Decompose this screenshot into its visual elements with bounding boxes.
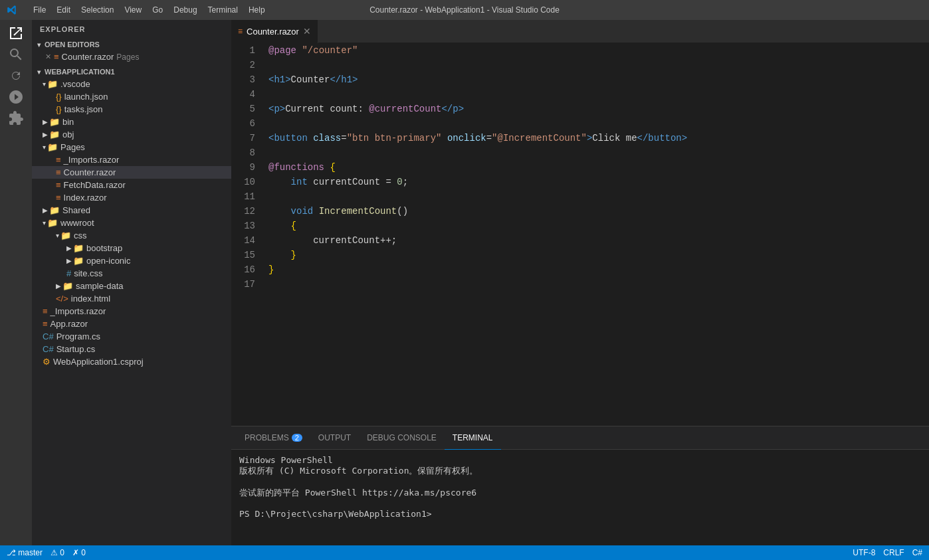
open-editor-counter-razor[interactable]: ✕ ≡ Counter.razor Pages [32, 50, 231, 63]
obj-chevron-icon: ▶ [43, 131, 48, 138]
bin-folder-icon: 📁 [49, 117, 60, 127]
vscode-folder-name: .vscode [60, 79, 90, 89]
status-warnings: ⚠ 0 [51, 548, 64, 557]
editor-area: ≡ Counter.razor ✕ 12345 678910 111213141… [231, 20, 929, 545]
panel-tabs: PROBLEMS2 OUTPUT DEBUG CONSOLE TERMINAL [231, 426, 929, 450]
menu-edit[interactable]: Edit [56, 5, 70, 15]
editor-tab-counter-razor[interactable]: ≡ Counter.razor ✕ [231, 20, 318, 43]
obj-folder-icon: 📁 [49, 130, 60, 140]
status-errors: ✗ 0 [72, 548, 86, 557]
shared-folder-icon: 📁 [49, 205, 60, 215]
menu-debug[interactable]: Debug [173, 5, 197, 15]
wwwroot-folder[interactable]: ▾ 📁 wwwroot [32, 217, 231, 229]
open-iconic-folder[interactable]: ▶ 📁 open-iconic [32, 254, 231, 267]
obj-folder-name: obj [62, 130, 74, 140]
program-cs-file[interactable]: C# Program.cs [32, 330, 231, 343]
obj-folder[interactable]: ▶ 📁 obj [32, 128, 231, 141]
project-label: WEBAPPLICATION1 [45, 68, 115, 76]
menu-selection[interactable]: Selection [81, 5, 114, 15]
startup-cs-file[interactable]: C# Startup.cs [32, 343, 231, 355]
wwwroot-chevron-icon: ▾ [43, 219, 46, 227]
index-razor-file[interactable]: ≡ Index.razor [32, 191, 231, 204]
pages-chevron-icon: ▾ [43, 143, 46, 151]
activity-search-icon[interactable] [8, 47, 24, 62]
panel-tab-output[interactable]: OUTPUT [310, 426, 359, 450]
line-numbers: 12345 678910 1112131415 1617 [231, 43, 263, 426]
app-razor-file[interactable]: ≡ App.razor [32, 318, 231, 330]
index-razor-name: Index.razor [64, 193, 107, 203]
open-editors-label: OPEN EDITORS [45, 41, 100, 48]
folder-icon: 📁 [47, 79, 58, 89]
menu-help[interactable]: Help [249, 5, 265, 15]
panel-tab-problems[interactable]: PROBLEMS2 [237, 426, 310, 450]
csproj-icon: ⚙ [43, 357, 51, 367]
vscode-folder[interactable]: ▾ 📁 .vscode [32, 78, 231, 90]
counter-razor-file[interactable]: ≡ Counter.razor [32, 166, 231, 179]
activity-extensions-icon[interactable] [8, 110, 24, 126]
activity-scm-icon[interactable] [8, 68, 24, 84]
close-icon[interactable]: ✕ [45, 52, 51, 61]
menu-terminal[interactable]: Terminal [208, 5, 238, 15]
tab-close-button[interactable]: ✕ [303, 26, 311, 37]
wwwroot-folder-icon: 📁 [47, 218, 58, 228]
program-cs-name: Program.cs [56, 331, 100, 341]
counter-razor-icon: ≡ [56, 167, 61, 177]
site-css-name: site.css [74, 268, 102, 278]
shared-chevron-icon: ▶ [43, 207, 48, 214]
bin-folder[interactable]: ▶ 📁 bin [32, 116, 231, 128]
launch-json-file[interactable]: {} launch.json [32, 90, 231, 103]
index-html-file[interactable]: </> index.html [32, 292, 231, 305]
problems-badge: 2 [292, 434, 302, 442]
menu-file[interactable]: File [33, 5, 46, 15]
pages-folder[interactable]: ▾ 📁 Pages [32, 141, 231, 153]
imports-razor-file[interactable]: ≡ _Imports.razor [32, 153, 231, 166]
tab-bar: ≡ Counter.razor ✕ [231, 20, 929, 43]
fetchdata-razor-file[interactable]: ≡ FetchData.razor [32, 179, 231, 191]
menu-view[interactable]: View [124, 5, 142, 15]
tasks-json-file[interactable]: {} tasks.json [32, 103, 231, 116]
root-imports-razor[interactable]: ≡ _Imports.razor [32, 305, 231, 318]
bootstrap-chevron-icon: ▶ [66, 244, 72, 252]
sample-data-folder[interactable]: ▶ 📁 sample-data [32, 280, 231, 292]
css-folder-name: css [74, 231, 87, 240]
csproj-file[interactable]: ⚙ WebApplication1.csproj [32, 355, 231, 368]
bootstrap-folder-name: bootstrap [86, 243, 122, 253]
editor-content[interactable]: 12345 678910 1112131415 1617 @page "/cou… [231, 43, 929, 426]
project-chevron: ▾ [37, 68, 41, 76]
bootstrap-folder[interactable]: ▶ 📁 bootstrap [32, 242, 231, 254]
status-bar: ⎇ master ⚠ 0 ✗ 0 UTF-8 CRLF C# [0, 545, 929, 560]
index-razor-icon: ≡ [56, 193, 61, 203]
sidebar: EXPLORER ▾ OPEN EDITORS ✕ ≡ Counter.razo… [32, 20, 231, 545]
code-editor[interactable]: @page "/counter" <h1>Counter</h1> <p>Cur… [263, 43, 929, 426]
sample-data-folder-icon: 📁 [62, 281, 73, 291]
app-razor-icon: ≡ [43, 319, 48, 329]
css-folder[interactable]: ▾ 📁 css [32, 229, 231, 242]
open-editors-section[interactable]: ▾ OPEN EDITORS [32, 39, 231, 50]
panel-tab-terminal[interactable]: TERMINAL [445, 426, 501, 450]
site-css-file[interactable]: # site.css [32, 267, 231, 280]
tab-razor-icon: ≡ [238, 27, 243, 36]
sidebar-content: ▾ OPEN EDITORS ✕ ≡ Counter.razor Pages ▾… [32, 39, 231, 545]
css-folder-icon: 📁 [60, 231, 71, 240]
activity-bar [0, 20, 32, 545]
panel-tab-debug-console[interactable]: DEBUG CONSOLE [359, 426, 445, 450]
open-editor-name: Counter.razor [62, 52, 114, 62]
activity-explorer-icon[interactable] [8, 25, 24, 41]
pages-folder-name: Pages [60, 142, 85, 152]
menu-go[interactable]: Go [152, 5, 163, 15]
tasks-json-name: tasks.json [64, 104, 103, 114]
shared-folder[interactable]: ▶ 📁 Shared [32, 204, 231, 217]
imports-razor-name: _Imports.razor [64, 155, 120, 165]
project-section[interactable]: ▾ WEBAPPLICATION1 [32, 66, 231, 78]
sample-data-chevron-icon: ▶ [56, 282, 61, 290]
activity-debug-icon[interactable] [8, 89, 24, 105]
json-file-icon2: {} [56, 104, 62, 114]
fetchdata-razor-icon: ≡ [56, 180, 61, 190]
open-iconic-chevron-icon: ▶ [66, 257, 72, 264]
status-branch[interactable]: ⎇ master [7, 548, 43, 557]
shared-folder-name: Shared [62, 205, 90, 215]
terminal-content[interactable]: Windows PowerShell版权所有 (C) Microsoft Cor… [231, 450, 929, 545]
menu-bar: File Edit Selection View Go Debug Termin… [7, 5, 265, 15]
sample-data-folder-name: sample-data [76, 281, 124, 291]
open-iconic-folder-name: open-iconic [86, 256, 131, 266]
